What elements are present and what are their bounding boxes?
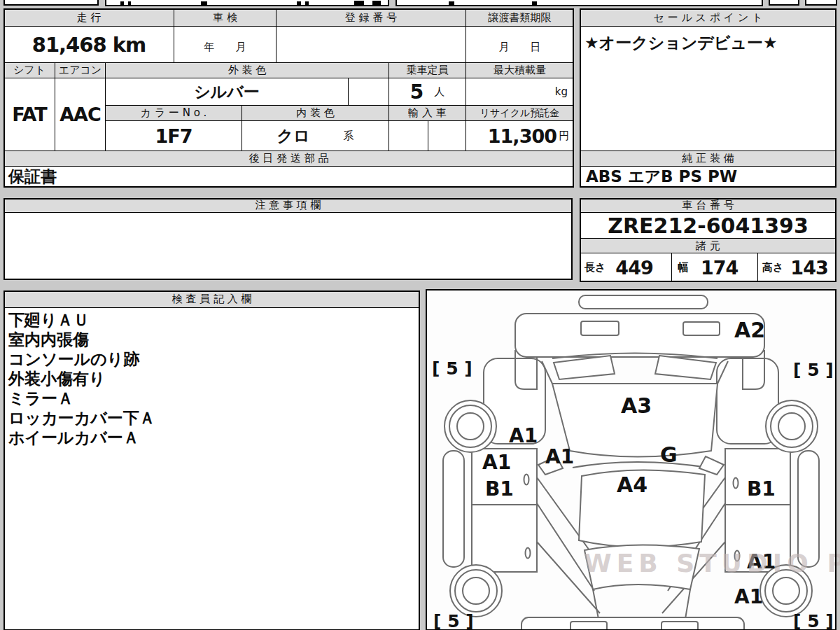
odometer-header: 走 行 [4,8,174,27]
recycle-deposit-value: 11,300 円 [465,120,574,151]
interior-color-value: クロ 系 [241,120,389,151]
specs-header: 諸 元 [580,238,836,253]
spec-width-label: 幅 [678,261,688,274]
cutoff-row-fragment [4,0,99,6]
damage-code-label: [ 5 ] [433,611,474,629]
car-diagram-box: A2[ 5 ][ 5 ]A3A1A1A1GA4B1B1A1A1[ 5 ][ 5 … [426,289,836,630]
exterior-color-header: 外 装 色 [105,62,389,78]
front-bumper [515,314,764,357]
spec-length-label: 長さ [584,261,606,274]
right-mirror [699,456,724,475]
rear-bumper [522,617,744,629]
spec-height-cell: 高さ 143 [757,253,836,282]
cutoff-text-fragment [532,1,537,5]
exterior-color-value: シルバー [105,78,349,106]
inspector-note-line: ロッカーカバー下Ａ [8,408,415,428]
cutoff-row-fragment [805,0,837,6]
spec-length-value: 449 [615,257,652,279]
interior-color-header: 内 装 色 [241,105,389,121]
inspector-note-line: 下廻りＡＵ [8,310,415,330]
max-load-value: kg [465,78,574,106]
front-plate-rect-left [581,321,619,335]
right-rear-door-handle [735,551,740,561]
cutoff-text-fragment [120,1,124,5]
shaken-value: 年 月 [174,26,276,63]
inspector-note-line: 室内内張傷 [8,330,415,349]
rear-window [584,545,699,589]
capacity-unit: 人 [434,85,444,99]
cautions-header: 注 意 事 項 欄 [4,198,573,213]
aircon-header: エアコン [55,62,106,78]
left-rear-door-handle [526,548,531,559]
damage-code-label: A1 [482,451,511,474]
sales-point-header: セ ー ル ス ポ イ ン ト [580,8,836,27]
damage-code-label: A1 [509,424,538,447]
damage-code-label: A1 [545,445,574,468]
max-load-header: 最大積載量 [465,62,574,78]
rear-plate-rect-right [662,622,698,629]
import-car-cell-2 [428,120,466,151]
shift-value: FAT [4,78,55,151]
capacity-number: 5 [410,80,423,104]
aircon-value: AAC [55,78,106,151]
chassis-value: ZRE212-6041393 [580,212,836,239]
exterior-color-extra-cell [348,78,389,106]
recycle-deposit-header: リサイクル預託金 [465,105,574,121]
color-no-value: 1F7 [105,120,242,151]
spec-height-value: 143 [790,257,827,279]
cutoff-row-fragment [105,0,389,6]
car-diagram-svg: A2[ 5 ][ 5 ]A3A1A1A1GA4B1B1A1A1[ 5 ][ 5 … [426,290,836,629]
sales-point-value: ★オークションデビュー★ [580,26,836,151]
damage-code-label: [ 5 ] [793,360,834,380]
cutoff-text-fragment [372,1,381,5]
front-plate-rect-right [683,322,720,335]
inspector-notes-header: 検 査 員 記 入 欄 [4,290,420,308]
spec-width-value: 174 [701,257,738,279]
inspector-note-line: ホイールカバーＡ [8,428,415,447]
spec-height-label: 高さ [762,261,783,274]
right-sill-panel [798,451,819,567]
cutoff-text-fragment [354,1,364,5]
damage-code-label: A3 [621,393,652,418]
recycle-deposit-unit: 円 [559,130,569,143]
registration-value [276,26,466,63]
max-load-unit: kg [555,85,568,98]
left-sill-panel [443,451,464,567]
odometer-value: 81,468 km [4,26,174,63]
interior-color-suffix: 系 [344,130,354,143]
wheel-front-left [444,400,496,452]
registration-header: 登 録 番 号 [276,8,466,27]
damage-code-label: B1 [485,477,514,500]
cowl-line [573,462,708,468]
capacity-value: 5 人 [388,78,466,106]
interior-color-name: クロ [276,125,309,147]
cutoff-text-fragment [128,1,131,5]
inspector-note-line: コンソールのり跡 [8,349,415,369]
auction-sheet: 走 行 車 検 登 録 番 号 譲渡書類期限 81,468 km 年 月 月 日… [0,0,840,630]
import-car-cell-1 [388,120,428,151]
later-parts-header: 後 日 発 送 部 品 [4,150,574,167]
front-bumper-top-strip [579,295,708,309]
inspector-notes-body: 下廻りＡＵ 室内内張傷 コンソールのり跡 外装小傷有り ミラーＡ ロッカーカバー… [4,307,420,630]
inspector-note-line: 外装小傷有り [8,369,415,388]
shift-header: シフト [4,62,55,78]
damage-code-label: [ 5 ] [432,358,472,379]
equipment-value: ABS エアB PS PW [580,166,836,188]
import-car-header: 輸 入 車 [388,105,466,121]
trunk-side-left [593,589,598,619]
shaken-header: 車 検 [174,8,276,27]
rear-plate-rect-left [570,622,607,629]
cutoff-row-fragment [769,0,799,6]
color-no-header: カ ラ ー N o . [105,105,242,121]
damage-code-label: B1 [747,477,776,500]
transfer-docs-header: 譲渡書類期限 [465,8,574,27]
inspector-note-line: ミラーＡ [8,388,415,408]
damage-code-label: A4 [617,472,648,497]
cutoff-text-fragment [449,1,454,5]
transfer-docs-value: 月 日 [465,26,574,63]
spec-length-cell: 長さ 449 [580,253,672,282]
cutoff-text-fragment [305,1,309,5]
recycle-deposit-number: 11,300 [488,125,556,147]
spec-width-cell: 幅 174 [671,253,758,282]
cautions-body [4,212,573,280]
